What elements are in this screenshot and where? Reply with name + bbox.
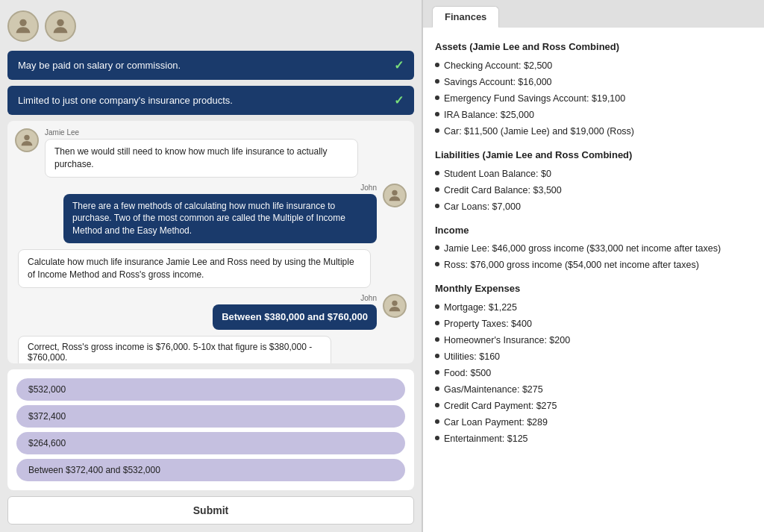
avatar-2: [45, 10, 76, 42]
finances-content: Assets (Jamie Lee and Ross Combined)Chec…: [423, 28, 764, 532]
sub-bubbles: Correct, Ross's gross income is $76,000.…: [18, 336, 331, 363]
answer-item-2: Limited to just one company's insurance …: [7, 86, 414, 115]
svg-point-3: [392, 190, 397, 195]
bullet-item: Checking Account: $2,500: [435, 58, 752, 73]
option-btn-1[interactable]: $372,400: [16, 405, 405, 428]
jamie-name-label: Jamie Lee: [45, 128, 358, 137]
avatar-1: [7, 10, 39, 42]
section-title: Assets (Jamie Lee and Ross Combined): [435, 40, 752, 55]
message-row-prompt: Calculate how much life insurance Jamie …: [15, 249, 407, 288]
bullet-text: Car Loans: $7,000: [444, 199, 521, 214]
prompt-content: Calculate how much life insurance Jamie …: [18, 249, 371, 288]
bullet-text: Student Loan Balance: $0: [444, 166, 551, 181]
tab-finances[interactable]: Finances: [432, 6, 499, 28]
bullet-text: Credit Card Balance: $3,500: [444, 183, 562, 198]
bullet-text: Property Taxes: $400: [444, 316, 532, 331]
bullet-dot: [435, 245, 439, 250]
bullet-dot: [435, 204, 439, 208]
bullet-item: Jamie Lee: $46,000 gross income ($33,000…: [435, 241, 752, 256]
bullet-text: Jamie Lee: $46,000 gross income ($33,000…: [444, 241, 721, 256]
bullet-item: Savings Account: $16,000: [435, 75, 752, 90]
answer-item-1: May be paid on salary or commission. ✓: [7, 51, 414, 80]
message-row-john-btn: John Between $380,000 and $760,000: [15, 294, 407, 330]
john-name-label-1: John: [63, 184, 377, 192]
section-title: Income: [435, 223, 752, 239]
bullet-item: Student Loan Balance: $0: [435, 166, 752, 181]
bullet-item: Property Taxes: $400: [435, 316, 752, 331]
message-row-jamie: Jamie Lee Then we would still need to kn…: [15, 128, 407, 178]
svg-point-2: [24, 135, 29, 140]
bullet-text: IRA Balance: $25,000: [444, 107, 534, 122]
sub-bubble-1: Correct, Ross's gross income is $76,000.…: [18, 336, 331, 363]
chat-area: Jamie Lee Then we would still need to kn…: [7, 121, 414, 363]
john-avatar-1: [383, 184, 407, 207]
bullet-item: Entertainment: $125: [435, 431, 752, 446]
bullet-text: Checking Account: $2,500: [444, 58, 552, 73]
bullet-item: Credit Card Balance: $3,500: [435, 183, 752, 198]
bullet-text: Homeowner's Insurance: $200: [444, 333, 570, 348]
bullet-dot: [435, 187, 439, 192]
option-btn-3[interactable]: Between $372,400 and $532,000: [16, 459, 405, 481]
bullet-item: Car Loans: $7,000: [435, 199, 752, 214]
section-title: Liabilities (Jamie Lee and Ross Combined…: [435, 148, 752, 163]
bullet-text: Mortgage: $1,225: [444, 300, 517, 315]
bullet-item: Homeowner's Insurance: $200: [435, 333, 752, 348]
bullet-text: Savings Account: $16,000: [444, 75, 552, 90]
check-icon-2: ✓: [394, 93, 404, 107]
check-icon-1: ✓: [394, 58, 404, 72]
bullet-dot: [435, 403, 439, 407]
jamie-message-content: Jamie Lee Then we would still need to kn…: [45, 128, 358, 178]
bullet-item: Car Loan Payment: $289: [435, 415, 752, 430]
bullet-dot: [435, 171, 439, 175]
jamie-bubble: Then we would still need to know how muc…: [45, 139, 358, 178]
john-name-label-2: John: [213, 294, 377, 302]
bullet-dot: [435, 354, 439, 358]
message-row-john-1: John There are a few methods of calculat…: [15, 184, 407, 243]
bullet-dot: [435, 321, 439, 325]
bullet-text: Food: $500: [444, 366, 491, 381]
bullet-dot: [435, 370, 439, 375]
option-btn-0[interactable]: $532,000: [16, 378, 405, 401]
john-answer-bubble: Between $380,000 and $760,000: [213, 304, 377, 330]
bullet-dot: [435, 79, 439, 84]
bullet-text: Car: $11,500 (Jamie Lee) and $19,000 (Ro…: [444, 124, 634, 139]
bullet-text: Utilities: $160: [444, 349, 500, 364]
tab-bar: Finances: [423, 0, 764, 28]
bullet-item: Gas/Maintenance: $275: [435, 382, 752, 397]
right-panel: Finances Assets (Jamie Lee and Ross Comb…: [422, 0, 764, 532]
left-panel: May be paid on salary or commission. ✓ L…: [0, 0, 422, 532]
bullet-item: Ross: $76,000 gross income ($54,000 net …: [435, 257, 752, 272]
answer-options: $532,000 $372,400 $264,600 Between $372,…: [7, 369, 414, 490]
svg-point-1: [57, 19, 63, 26]
bullet-text: Gas/Maintenance: $275: [444, 382, 543, 397]
svg-point-0: [19, 19, 26, 26]
bullet-text: Credit Card Payment: $275: [444, 398, 557, 413]
bullet-item: IRA Balance: $25,000: [435, 107, 752, 122]
bullet-item: Utilities: $160: [435, 349, 752, 364]
bullet-dot: [435, 419, 439, 424]
bullet-text: Car Loan Payment: $289: [444, 415, 548, 430]
sections-container: Assets (Jamie Lee and Ross Combined)Chec…: [435, 40, 752, 446]
svg-point-4: [392, 300, 397, 305]
bullet-dot: [435, 128, 439, 133]
bullet-text: Ross: $76,000 gross income ($54,000 net …: [444, 257, 699, 272]
bullet-item: Car: $11,500 (Jamie Lee) and $19,000 (Ro…: [435, 124, 752, 139]
bullet-dot: [435, 387, 439, 391]
bullet-dot: [435, 304, 439, 309]
submit-button[interactable]: Submit: [7, 496, 414, 525]
bullet-item: Food: $500: [435, 366, 752, 381]
john-bubble-1: There are a few methods of calculating h…: [63, 194, 377, 243]
bullet-dot: [435, 436, 439, 440]
john-btn-content: John Between $380,000 and $760,000: [213, 294, 377, 330]
bullet-item: Mortgage: $1,225: [435, 300, 752, 315]
bullet-dot: [435, 112, 439, 116]
bullet-dot: [435, 96, 439, 100]
section-title: Monthly Expenses: [435, 281, 752, 297]
bullet-item: Credit Card Payment: $275: [435, 398, 752, 413]
bullet-dot: [435, 337, 439, 342]
bullet-item: Emergency Fund Savings Account: $19,100: [435, 91, 752, 106]
top-icons: [7, 7, 414, 45]
bullet-text: Emergency Fund Savings Account: $19,100: [444, 91, 625, 106]
option-btn-2[interactable]: $264,600: [16, 432, 405, 454]
john-message-content-1: John There are a few methods of calculat…: [63, 184, 377, 243]
